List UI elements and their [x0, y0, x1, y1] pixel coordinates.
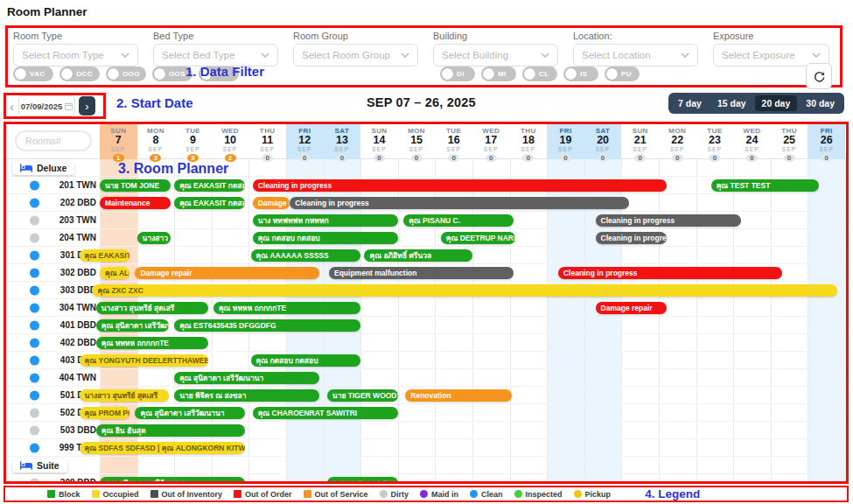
toggle-di[interactable]: DI	[440, 66, 475, 81]
day-column-header[interactable]: TUE9SEP3	[174, 124, 212, 159]
booking-bar-block[interactable]: นาย พิจิตร ณ สงขลา	[174, 389, 319, 402]
booking-bar-occupied[interactable]: คุณ ALON	[100, 267, 129, 279]
booking-bar-occupied[interactable]: คุณ ZXC ZXC	[92, 284, 837, 297]
range-button-30-day[interactable]: 30 day	[799, 95, 842, 111]
rooms-search-input[interactable]	[15, 130, 92, 151]
booking-bar-block[interactable]: คุณ หหหห ถกกกกTE	[213, 302, 360, 314]
booking-bar-block[interactable]: คุณ EAKASIT กดสอบ	[174, 197, 245, 209]
booking-bar-out_of_service[interactable]: Damage repair	[135, 267, 319, 279]
toggle-ooo[interactable]: OOO	[106, 66, 146, 81]
booking-bar-block[interactable]: คุณ กดสอบ กดสอบ	[327, 477, 398, 484]
filter-building: BuildingSelect Building	[433, 31, 558, 66]
day-number: 18	[522, 135, 535, 146]
toggle-vac[interactable]: VAC	[13, 66, 53, 81]
legend-item-dirty: Dirty	[380, 490, 409, 499]
booking-bar-occupied[interactable]: คุณ YONGYUTH DEELERTTHAWEESAP	[80, 354, 208, 367]
day-column-header[interactable]: TUE23SEP0	[696, 124, 734, 159]
day-column-header[interactable]: THU18SEP0	[510, 124, 548, 159]
booking-bar-block[interactable]: นาย TOM JONE	[100, 179, 171, 192]
room-label: 204 TWN	[6, 229, 96, 246]
refresh-button[interactable]	[806, 63, 832, 89]
room-row: 402 DBDคุณ หหหห ถกกกกTE	[6, 334, 846, 352]
day-column-header[interactable]: MON22SEP0	[659, 124, 696, 159]
filter-select[interactable]: Select Room Type	[13, 44, 138, 66]
booking-bar-out_of_order[interactable]: Cleaning in progress	[558, 267, 782, 279]
booking-bar-block[interactable]: คุณ กดสอบ กดสอบ	[253, 232, 398, 244]
filter-select[interactable]: Select Location	[573, 44, 698, 66]
toggle-occ[interactable]: OCC	[59, 66, 100, 81]
day-column-header[interactable]: THU11SEP0	[248, 124, 286, 159]
booking-bar-block[interactable]: คุณ อภิสิทธิ์ ศรีนวล	[364, 249, 472, 262]
filter-select[interactable]: Select Building	[433, 44, 558, 66]
day-number: 24	[746, 135, 759, 146]
day-month: SEP	[372, 146, 387, 153]
range-button-7-day[interactable]: 7 day	[671, 95, 709, 111]
day-column-header[interactable]: SAT13SEP0	[324, 124, 361, 159]
toggle-cl[interactable]: CL	[522, 66, 557, 81]
booking-bar-block[interactable]: คุณ DEETRUP NARISA	[441, 232, 515, 244]
day-column-header[interactable]: THU25SEP0	[771, 124, 808, 159]
booking-bar-out_of_service[interactable]: Renovation	[405, 389, 511, 402]
booking-bar-occupied[interactable]: คุณ PROM PRASI	[80, 407, 130, 419]
booking-bar-occupied[interactable]: คุณ SDFAS SDFASD | คุณ ALONGKORN KITWORA…	[80, 442, 246, 454]
toggle-is[interactable]: IS	[563, 66, 598, 81]
booking-bar-block[interactable]: คุณ PISANU C.	[403, 214, 514, 227]
next-day-button[interactable]: ›	[79, 96, 95, 116]
booking-bar-out_of_inventory[interactable]: Cleaning in progress	[596, 232, 667, 244]
booking-bar-out_of_order[interactable]: Maintenance	[100, 197, 171, 209]
booking-bar-out_of_order[interactable]: Damage repair	[596, 302, 667, 314]
day-column-header[interactable]: WED10SEP2	[212, 124, 249, 159]
prev-day-button[interactable]: ‹	[9, 99, 15, 114]
day-column-header[interactable]: MON8SEP3	[137, 124, 175, 159]
booking-bar-out_of_inventory[interactable]: Cleaning in progress	[290, 197, 629, 209]
booking-bar-block[interactable]: คุณ สุนิดาดา เสรีวัฒนานา	[96, 319, 169, 332]
booking-bar-block[interactable]: คุณ สุนิดาดา เสรีวัฒนานา	[174, 372, 319, 384]
booking-bar-block[interactable]: นาง หทฟทฟท กหทหก	[253, 214, 398, 227]
booking-bar-block[interactable]: นาย TIGER WOODS	[327, 389, 398, 402]
legend-label: Maid in	[431, 490, 458, 499]
booking-bar-block[interactable]: คุณ สุนิดาดา เสรีวัฒนานา	[135, 407, 245, 419]
room-category-suite[interactable]: Suite	[12, 458, 67, 472]
day-column-header[interactable]: FRI12SEP0	[286, 124, 324, 159]
range-button-15-day[interactable]: 15 day	[710, 95, 753, 111]
day-column-header[interactable]: WED24SEP0	[733, 124, 771, 159]
filter-select[interactable]: Select Room Group	[293, 44, 418, 66]
booking-bar-block[interactable]: คุณ สุนิดาดา เสรีวัฒนานา	[100, 477, 245, 484]
day-column-header[interactable]: WED17SEP0	[472, 124, 510, 159]
room-label: 503 DBD	[6, 422, 96, 438]
booking-bar-block[interactable]: คุณ AAAAAA SSSSS	[251, 249, 361, 262]
booking-bar-block[interactable]: คุณ TEST TEST	[711, 179, 820, 192]
day-column-header[interactable]: SAT20SEP0	[584, 124, 622, 159]
booking-bar-out_of_inventory[interactable]: Cleaning in progress	[596, 214, 741, 227]
day-column-header[interactable]: TUE16SEP0	[435, 124, 472, 159]
booking-bar-out_of_service[interactable]: Damage repair	[253, 197, 290, 209]
room-row: 203 TWNนาง หทฟทฟท กหทหกคุณ PISANU C.Clea…	[6, 212, 846, 229]
toggle-pu[interactable]: PU	[605, 66, 640, 81]
booking-bar-block[interactable]: คุณ กดสอบ กดสอบ	[251, 354, 361, 367]
day-column-header[interactable]: SUN7SEP1	[100, 124, 137, 159]
day-column-header[interactable]: FRI26SEP0	[808, 124, 845, 159]
room-label: 304 TWN	[6, 299, 96, 316]
day-column-header[interactable]: SUN14SEP0	[360, 124, 398, 159]
booking-bar-out_of_inventory[interactable]: Equipment malfunction	[329, 267, 514, 279]
booking-bar-block[interactable]: นางสาว T	[137, 232, 171, 244]
room-category-deluxe[interactable]: Deluxe	[12, 161, 74, 175]
toggle-mi[interactable]: MI	[481, 66, 516, 81]
booking-bar-block[interactable]: คุณ EAKASIT กดสอบ	[174, 179, 245, 192]
booking-bar-out_of_order[interactable]: Cleaning in progress	[253, 179, 667, 192]
day-column-header[interactable]: MON15SEP0	[398, 124, 436, 159]
day-column-header[interactable]: FRI19SEP0	[547, 124, 584, 159]
date-picker-field[interactable]: 07/09/2025	[18, 95, 75, 116]
booking-bar-block[interactable]: คุณ EST6435435 DFGGDFG	[174, 319, 360, 332]
booking-bar-occupied[interactable]: คุณ EAKASIT กดสอบ	[80, 249, 130, 262]
booking-bar-block[interactable]: คุณ ฮิน ฮันสุด	[96, 424, 245, 437]
date-value: 07/09/2025	[21, 102, 63, 111]
day-column-header[interactable]: SUN21SEP0	[621, 124, 659, 159]
booking-bar-block[interactable]: คุณ หหหห ถกกกกTE	[96, 337, 208, 349]
day-month: SEP	[782, 146, 797, 153]
booking-bar-block[interactable]: นางสาว สุนทรีย์ สุดเสรี	[96, 302, 208, 314]
legend-item-maid-in: Maid in	[420, 490, 458, 499]
booking-bar-block[interactable]: คุณ CHAROENRAT SAWITRI	[253, 407, 398, 419]
range-button-20-day[interactable]: 20 day	[755, 95, 798, 111]
booking-bar-occupied[interactable]: นางสาว สุนทรีย์ สุดเสรี	[80, 389, 169, 402]
